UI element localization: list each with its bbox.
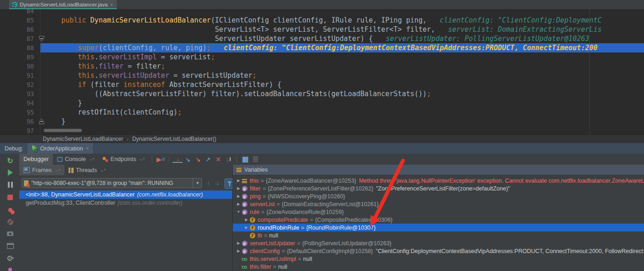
tab-console[interactable]: Console→*	[53, 154, 98, 165]
tab-threads[interactable]: Threads→*	[64, 165, 109, 175]
tab-frames[interactable]: Frames→*	[19, 165, 64, 175]
tab-debugger[interactable]: Debugger	[19, 154, 53, 165]
variable-row[interactable]: ▶pclientConfig={DefaultClientConfigImpl@…	[233, 247, 644, 255]
code-text[interactable]: ServerListUpdater serverListUpdater) {se…	[40, 34, 644, 43]
variable-row[interactable]: ▶fcompositePredicate={CompositePredicate…	[233, 216, 644, 224]
line-number-gutter[interactable]: 97	[0, 126, 40, 134]
restore-layout-button[interactable]	[6, 242, 14, 250]
line-number-gutter[interactable]: 94	[0, 98, 40, 108]
line-number-gutter[interactable]: 92	[0, 80, 40, 89]
resume-button[interactable]	[6, 168, 14, 177]
line-number-gutter[interactable]: 91	[0, 71, 40, 80]
line-number-gutter[interactable]: 84	[0, 9, 40, 16]
breadcrumb-item[interactable]: DynamicServerListLoadBalancer()	[132, 136, 216, 142]
chevron-collapsed-icon[interactable]: ▶	[236, 202, 242, 206]
pin-button[interactable]	[6, 265, 14, 271]
chevron-collapsed-icon[interactable]: ▶	[236, 249, 242, 253]
step-into-button[interactable]: ↘	[183, 155, 193, 164]
chevron-collapsed-icon[interactable]: ▶	[236, 179, 242, 183]
settings-button[interactable]: ⚙	[6, 254, 14, 262]
thread-selector[interactable]: "http-nio-8080-exec-1"@9,728 in group "m…	[22, 178, 202, 188]
stack-frame-row[interactable]: getProductMsg:33, ClientController(com.s…	[19, 199, 232, 207]
code-text[interactable]	[40, 9, 644, 16]
drop-frame-button[interactable]: ✕	[213, 155, 223, 164]
line-number-gutter[interactable]: 96	[0, 117, 40, 126]
code-text[interactable]: this.serverListImpl = serverList;	[40, 52, 644, 62]
stop-button[interactable]	[6, 193, 14, 202]
code-text[interactable]: }	[40, 98, 644, 108]
tab-endpoints[interactable]: Endpoints→*	[98, 154, 149, 165]
next-frame-button[interactable]: ↓	[216, 179, 219, 186]
layout-settings-button[interactable]: ☰	[250, 155, 260, 164]
editor-tab[interactable]: C DynamicServerListLoadBalancer.java ×	[9, 0, 117, 9]
code-text[interactable]: ServerList<T> serverList, ServerListFilt…	[40, 25, 644, 34]
show-execution-point-button[interactable]: ▶	[155, 155, 166, 164]
variable-row[interactable]: this.filter=null	[233, 263, 644, 271]
line-number-gutter[interactable]: 89	[0, 52, 40, 62]
code-editor[interactable]: 8485 public DynamicServerListLoadBalance…	[0, 9, 644, 134]
code-text[interactable]: this.serverListUpdater = serverListUpdat…	[40, 71, 644, 80]
breadcrumb-item[interactable]: DynamicServerListLoadBalancer	[43, 136, 123, 142]
line-number-gutter[interactable]: 86	[0, 25, 40, 34]
code-text[interactable]: public DynamicServerListLoadBalancer(ICl…	[40, 16, 644, 25]
variable-row[interactable]: this.serverListImpl=null	[233, 255, 644, 263]
step-over-button[interactable]: ↓	[172, 156, 183, 163]
code-text[interactable]: ((AbstractServerListFilter) filter).setL…	[40, 89, 644, 98]
thread-dump-button[interactable]	[6, 230, 14, 238]
variable-row[interactable]: ▶pfilter={ZonePreferenceServerListFilter…	[233, 185, 644, 192]
debug-session-tab[interactable]: OrderApplication ×	[28, 143, 93, 154]
chevron-expanded-icon[interactable]: ▼	[236, 210, 242, 214]
line-number-gutter[interactable]: 87	[0, 34, 40, 43]
chevron-collapsed-icon[interactable]: ▶	[236, 186, 242, 190]
code-text[interactable]: }	[40, 117, 644, 126]
code-token: (filter	[86, 81, 123, 89]
line-number-gutter[interactable]: 88✓	[0, 43, 40, 52]
stack-frame-row[interactable]: <init>:88, DynamicServerListLoadBalancer…	[19, 190, 232, 199]
variable-row[interactable]: ▼prule={ZoneAvoidanceRule@10259}	[233, 208, 644, 216]
chevron-down-icon[interactable]: ▼	[193, 179, 200, 188]
previous-frame-button[interactable]: ↑	[207, 179, 210, 186]
variable-row[interactable]: ▶pserverList={DomainExtractingServerList…	[233, 200, 644, 208]
variable-row[interactable]: flb=null	[233, 231, 644, 239]
evaluate-expression-button[interactable]: ▦	[240, 155, 250, 164]
pause-button[interactable]	[6, 181, 14, 190]
mute-breakpoints-button[interactable]	[6, 218, 14, 226]
code-text[interactable]	[40, 126, 644, 134]
variable-field-icon: f	[249, 217, 255, 223]
editor-horizontal-scrollbar[interactable]	[44, 129, 82, 132]
editor-tab-title: DynamicServerListLoadBalancer.java	[20, 2, 108, 7]
chevron-collapsed-icon[interactable]: ▶	[243, 225, 249, 230]
code-token: ;	[211, 53, 215, 61]
run-to-cursor-button[interactable]: ↓	[223, 155, 233, 164]
variable-row[interactable]: ▶pserverListUpdater={PollingServerListUp…	[233, 239, 644, 247]
code-text[interactable]: this.filter = filter;	[40, 62, 644, 71]
stop-icon	[7, 195, 13, 200]
chevron-collapsed-icon[interactable]: ▶	[243, 218, 249, 222]
force-step-into-button[interactable]: ↘	[193, 155, 203, 164]
line-number-gutter[interactable]: 85	[0, 16, 40, 25]
tab-close-icon[interactable]: ×	[110, 2, 113, 7]
code-fold-marker[interactable]	[39, 36, 44, 41]
line-number-gutter[interactable]: 95	[0, 108, 40, 117]
frames-tabs-row: Frames→*Threads→*	[19, 165, 232, 176]
code-text[interactable]: if (filter instanceof AbstractServerList…	[40, 80, 644, 89]
variable-reference: {ZonePreferenceServerListFilter@10262}	[268, 185, 373, 192]
step-out-button[interactable]: ↗	[203, 155, 213, 164]
session-close-icon[interactable]: ×	[86, 146, 88, 151]
code-line: 85 public DynamicServerListLoadBalancer(…	[0, 16, 644, 25]
code-token	[45, 35, 215, 43]
code-text[interactable]: restOfInit(clientConfig);	[40, 108, 644, 117]
code-fold-marker[interactable]	[39, 119, 44, 124]
code-text[interactable]: super(clientConfig, rule, ping);clientCo…	[40, 43, 644, 52]
line-number-gutter[interactable]: 93	[0, 89, 40, 98]
variable-row[interactable]: ▶pping={NIWSDiscoveryPing@10260}	[233, 192, 644, 200]
variable-row[interactable]: ▶this={ZoneAwareLoadBalancer@10253}Metho…	[233, 177, 644, 185]
view-breakpoints-button[interactable]	[6, 206, 14, 214]
chevron-collapsed-icon[interactable]: ▶	[236, 241, 242, 245]
variable-row[interactable]: ▶froundRobinRule={RoundRobinRule@10307}	[233, 224, 644, 231]
line-number-gutter[interactable]: 90	[0, 62, 40, 71]
chevron-collapsed-icon[interactable]: ▶	[236, 194, 242, 198]
rerun-button[interactable]: ↻	[6, 156, 14, 165]
equals-sign: =	[262, 232, 269, 239]
thread-dump-icon	[7, 231, 13, 236]
